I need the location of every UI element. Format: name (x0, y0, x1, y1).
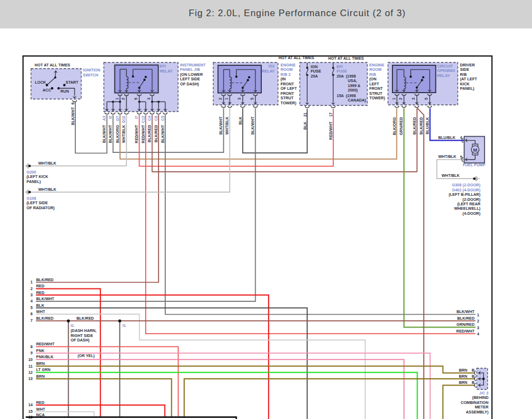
svg-text:EFI: EFI (337, 65, 343, 69)
svg-text:HOT AT ALL TIMES: HOT AT ALL TIMES (35, 63, 70, 67)
svg-text:C6: C6 (154, 115, 158, 121)
svg-text:(ON LOWER: (ON LOWER (180, 73, 203, 77)
svg-text:EFI: EFI (160, 64, 166, 68)
svg-text:(LEFT REAR: (LEFT REAR (457, 202, 481, 206)
svg-text:LOCK: LOCK (35, 80, 46, 84)
svg-text:ENGINE: ENGINE (281, 63, 296, 67)
svg-text:G402 (4-DOOR): G402 (4-DOOR) (452, 188, 481, 192)
svg-text:OPENING: OPENING (437, 69, 456, 73)
svg-text:R/B: R/B (460, 73, 467, 76)
svg-text:START: START (66, 80, 79, 84)
svg-text:8: 8 (31, 345, 33, 349)
svg-text:METER: METER (475, 405, 489, 409)
svg-text:BLU/BLK: BLU/BLK (425, 117, 429, 134)
svg-text:BLK/WHT: BLK/WHT (71, 107, 75, 125)
svg-text:2000): 2000) (348, 88, 358, 93)
svg-text:LEFT: LEFT (370, 82, 380, 86)
svg-text:BLK/RED: BLK/RED (419, 117, 423, 134)
svg-text:(1998: (1998 (346, 74, 356, 79)
svg-text:DRIVER: DRIVER (460, 63, 475, 67)
svg-text:7: 7 (31, 319, 33, 322)
svg-text:CIRCUIT: CIRCUIT (437, 64, 453, 68)
svg-text:BLK/WHT: BLK/WHT (161, 124, 165, 143)
svg-text:BRN: BRN (459, 374, 467, 378)
svg-text:3: 3 (411, 98, 415, 100)
svg-text:LEFT SIDE: LEFT SIDE (180, 77, 200, 81)
svg-text:USA,: USA, (348, 79, 357, 83)
svg-text:C4: C4 (147, 115, 151, 121)
svg-text:LT GRN: LT GRN (36, 368, 51, 372)
svg-text:I1: I1 (123, 324, 126, 328)
svg-text:RED: RED (36, 284, 45, 288)
svg-text:RED/WHT: RED/WHT (456, 329, 475, 333)
svg-text:GRN/RED: GRN/RED (399, 117, 403, 135)
svg-text:HOT AT ALL TIMES: HOT AT ALL TIMES (328, 56, 364, 60)
svg-text:BLK/RED: BLK/RED (413, 117, 416, 134)
svg-text:RELAY: RELAY (262, 69, 275, 73)
svg-text:13: 13 (28, 377, 33, 381)
svg-text:1999 &: 1999 & (348, 84, 361, 88)
svg-text:BLK: BLK (238, 117, 242, 124)
svg-text:B: B (472, 368, 475, 372)
svg-text:1: 1 (31, 280, 33, 284)
svg-text:FRONT: FRONT (370, 86, 384, 90)
svg-text:(LEFT B-PILLAR): (LEFT B-PILLAR) (449, 192, 481, 197)
svg-text:OF RADIATOR): OF RADIATOR) (27, 206, 55, 210)
svg-text:G108: G108 (27, 196, 36, 200)
svg-text:A3: A3 (102, 115, 106, 121)
svg-text:(DASH HARN,: (DASH HARN, (71, 329, 97, 333)
svg-text:RED/WHT: RED/WHT (329, 121, 333, 139)
svg-text:WHT: WHT (36, 407, 46, 411)
svg-text:FRONT: FRONT (281, 91, 295, 95)
svg-text:B: B (472, 374, 475, 378)
svg-text:M: M (473, 147, 477, 153)
svg-text:BRN: BRN (36, 362, 45, 365)
svg-text:ROOM: ROOM (281, 68, 293, 71)
svg-text:BLU/BLK: BLU/BLK (438, 136, 456, 139)
svg-text:C5: C5 (161, 115, 165, 121)
svg-text:PANEL): PANEL) (460, 86, 475, 91)
svg-text:6: 6 (71, 102, 75, 104)
svg-text:BLK/RED: BLK/RED (36, 316, 54, 320)
svg-text:11: 11 (28, 364, 33, 368)
svg-text:BRN: BRN (36, 374, 45, 378)
svg-text:SWITCH: SWITCH (83, 73, 99, 77)
svg-text:RED: RED (36, 401, 45, 404)
svg-text:20A: 20A (337, 74, 344, 78)
svg-text:BRN: BRN (459, 368, 467, 372)
svg-text:D10: D10 (122, 115, 126, 123)
svg-text:RUN: RUN (60, 89, 69, 93)
svg-text:R/B 2: R/B 2 (281, 73, 291, 76)
svg-text:TOWER): TOWER) (370, 96, 385, 100)
svg-text:ACC: ACC (42, 88, 51, 92)
svg-text:IGN: IGN (311, 65, 318, 69)
svg-text:I1: I1 (71, 324, 74, 328)
svg-text:BLK/WHT: BLK/WHT (457, 310, 475, 314)
svg-text:2: 2 (399, 98, 402, 100)
svg-text:D7: D7 (116, 115, 119, 121)
svg-text:PNK: PNK (36, 349, 45, 353)
svg-text:RELAY: RELAY (437, 74, 450, 78)
svg-text:1: 1 (224, 98, 228, 100)
svg-text:WHT/BLK: WHT/BLK (438, 155, 456, 158)
svg-text:BLK/WHT: BLK/WHT (102, 124, 106, 143)
svg-text:STRUT: STRUT (281, 96, 294, 100)
svg-text:BLK/ORG: BLK/ORG (392, 117, 396, 135)
svg-text:4: 4 (460, 136, 462, 139)
svg-text:RED/WHT: RED/WHT (36, 342, 55, 346)
svg-text:OF DASH): OF DASH) (180, 82, 199, 86)
svg-text:I2: I2 (108, 115, 112, 119)
svg-text:ROOM: ROOM (370, 68, 382, 71)
svg-text:21: 21 (303, 112, 307, 117)
svg-text:4: 4 (477, 332, 480, 336)
svg-text:IG2: IG2 (269, 64, 275, 68)
svg-text:GRN/RED: GRN/RED (457, 322, 475, 326)
svg-text:12: 12 (28, 370, 33, 374)
svg-text:RED/WHT: RED/WHT (135, 124, 138, 143)
svg-text:BLK/RED: BLK/RED (147, 125, 151, 142)
svg-text:17: 17 (329, 112, 333, 117)
svg-text:BLK/WHT: BLK/WHT (108, 124, 112, 143)
svg-text:BLK/WHT: BLK/WHT (251, 116, 255, 134)
svg-text:WHT: WHT (36, 310, 46, 314)
svg-text:G200: G200 (27, 170, 36, 174)
